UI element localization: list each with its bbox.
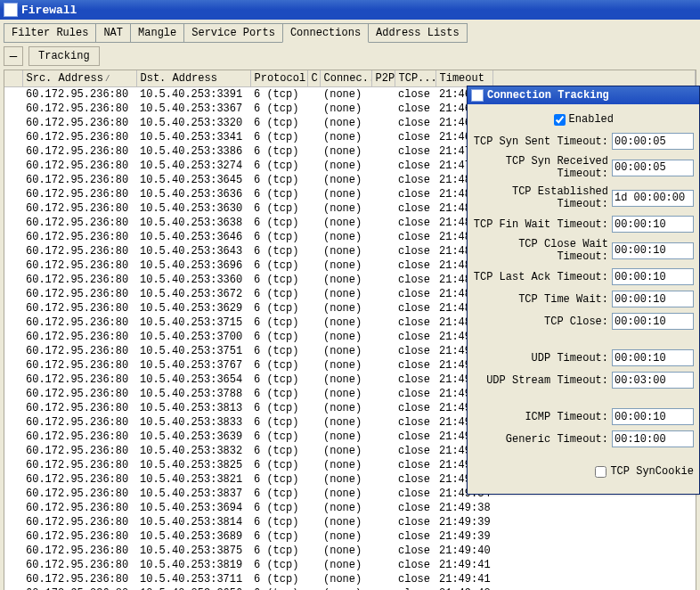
cell-blank — [4, 273, 22, 287]
cell-dst: 10.5.40.253:3645 — [136, 173, 250, 187]
cell-blank — [4, 258, 22, 273]
inp-icmp-timeout[interactable] — [612, 408, 694, 425]
cell-connec: (none) — [320, 544, 371, 558]
col-dst-address[interactable]: Dst. Address — [136, 70, 250, 87]
cell-tcp: close — [395, 159, 435, 173]
toolbar: — Tracking — [4, 46, 696, 66]
inp-tcp-last-ack[interactable] — [612, 268, 694, 285]
cell-c — [307, 130, 320, 144]
inp-tcp-time-wait[interactable] — [612, 291, 694, 307]
window-titlebar[interactable]: Firewall — [0, 0, 700, 20]
inp-tcp-syn-sent[interactable] — [612, 133, 694, 150]
cell-dst: 10.5.40.253:3825 — [136, 458, 250, 472]
cell-connec: (none) — [320, 315, 371, 330]
cell-src: 60.172.95.236:80 — [22, 501, 136, 515]
inp-tcp-established[interactable] — [612, 190, 694, 207]
cell-blank — [4, 586, 22, 590]
cell-proto: 6 (tcp) — [250, 116, 307, 130]
cell-src: 60.172.95.236:80 — [22, 487, 136, 501]
table-row[interactable]: 60.172.95.236:8010.5.40.253:38756 (tcp)(… — [4, 544, 696, 558]
cell-p2p — [371, 201, 395, 216]
inp-tcp-fin-wait[interactable] — [612, 216, 694, 233]
cell-proto: 6 (tcp) — [250, 544, 307, 558]
col-src-address[interactable]: Src. Address/ — [22, 70, 136, 87]
connection-tracking-panel[interactable]: Connection Tracking Enabled TCP Syn Sent… — [467, 86, 700, 495]
cell-tcp: close — [395, 258, 435, 273]
cell-proto: 6 (tcp) — [250, 287, 307, 301]
cell-proto: 6 (tcp) — [250, 230, 307, 244]
cell-p2p — [371, 144, 395, 159]
cell-connec: (none) — [320, 287, 371, 301]
table-row[interactable]: 60.172.95.236:8010.5.40.253:36566 (tcp)(… — [4, 586, 696, 590]
col-p2p[interactable]: P2P — [371, 70, 395, 87]
tab-address-lists[interactable]: Address Lists — [368, 23, 468, 43]
cell-dst: 10.5.40.253:3638 — [136, 216, 250, 230]
table-row[interactable]: 60.172.95.236:8010.5.40.253:37116 (tcp)(… — [4, 572, 696, 586]
cell-dst: 10.5.40.253:3639 — [136, 430, 250, 444]
cell-src: 60.172.95.236:80 — [22, 301, 136, 315]
table-row[interactable]: 60.172.95.236:8010.5.40.253:38196 (tcp)(… — [4, 558, 696, 572]
cell-src: 60.172.95.236:80 — [22, 144, 136, 159]
col-connec[interactable]: Connec... — [320, 70, 371, 87]
cell-blank — [4, 87, 22, 102]
cell-blank — [4, 187, 22, 201]
col-blank[interactable] — [4, 70, 22, 87]
remove-button[interactable]: — — [4, 46, 23, 66]
tab-service-ports[interactable]: Service Ports — [183, 23, 283, 43]
cell-connec: (none) — [320, 116, 371, 130]
col-protocol[interactable]: Protocol — [250, 70, 307, 87]
panel-titlebar[interactable]: Connection Tracking — [468, 86, 699, 104]
table-row[interactable]: 60.172.95.236:8010.5.40.253:36946 (tcp)(… — [4, 501, 696, 515]
col-tcp[interactable]: TCP... — [395, 70, 435, 87]
enabled-checkbox[interactable] — [554, 114, 566, 126]
cell-p2p — [371, 529, 395, 544]
cell-proto: 6 (tcp) — [250, 273, 307, 287]
cell-tcp: close — [395, 387, 435, 401]
cell-src: 60.172.95.236:80 — [22, 287, 136, 301]
cell-connec: (none) — [320, 430, 371, 444]
tab-mangle[interactable]: Mangle — [130, 23, 184, 43]
cell-c — [307, 586, 320, 590]
tab-connections[interactable]: Connections — [282, 23, 369, 43]
cell-timeout: 21:49:39 — [435, 529, 492, 544]
inp-udp-timeout[interactable] — [612, 349, 694, 366]
cell-c — [307, 159, 320, 173]
cell-p2p — [371, 330, 395, 344]
cell-blank — [4, 515, 22, 529]
syncookie-checkbox[interactable] — [595, 466, 606, 478]
cell-src: 60.172.95.236:80 — [22, 187, 136, 201]
cell-proto: 6 (tcp) — [250, 444, 307, 458]
tracking-button[interactable]: Tracking — [28, 46, 100, 66]
inp-tcp-close[interactable] — [612, 313, 694, 330]
tab-filter-rules[interactable]: Filter Rules — [4, 23, 96, 43]
inp-udp-stream[interactable] — [612, 372, 694, 389]
cell-tcp: close — [395, 572, 435, 586]
cell-c — [307, 102, 320, 116]
inp-generic-timeout[interactable] — [612, 430, 694, 447]
cell-dst: 10.5.40.253:3715 — [136, 315, 250, 330]
cell-src: 60.172.95.236:80 — [22, 116, 136, 130]
cell-src: 60.172.95.236:80 — [22, 216, 136, 230]
lbl-tcp-close: TCP Close: — [544, 315, 608, 328]
col-c[interactable]: C — [307, 70, 320, 87]
cell-proto: 6 (tcp) — [250, 330, 307, 344]
tab-nat[interactable]: NAT — [95, 23, 131, 43]
cell-tcp: close — [395, 130, 435, 144]
cell-timeout: 21:49:38 — [435, 501, 492, 515]
inp-tcp-syn-recv[interactable] — [612, 160, 694, 176]
cell-filler — [492, 515, 696, 529]
table-row[interactable]: 60.172.95.236:8010.5.40.253:36896 (tcp)(… — [4, 529, 696, 544]
col-timeout[interactable]: Timeout — [435, 70, 492, 87]
cell-p2p — [371, 216, 395, 230]
cell-src: 60.172.95.236:80 — [22, 230, 136, 244]
inp-tcp-close-wait[interactable] — [612, 242, 694, 259]
cell-connec: (none) — [320, 230, 371, 244]
cell-dst: 10.5.40.253:3813 — [136, 401, 250, 415]
col-filler[interactable] — [492, 70, 696, 87]
cell-proto: 6 (tcp) — [250, 458, 307, 472]
window-icon — [4, 3, 18, 17]
cell-c — [307, 358, 320, 373]
cell-c — [307, 187, 320, 201]
cell-proto: 6 (tcp) — [250, 301, 307, 315]
table-row[interactable]: 60.172.95.236:8010.5.40.253:38146 (tcp)(… — [4, 515, 696, 529]
